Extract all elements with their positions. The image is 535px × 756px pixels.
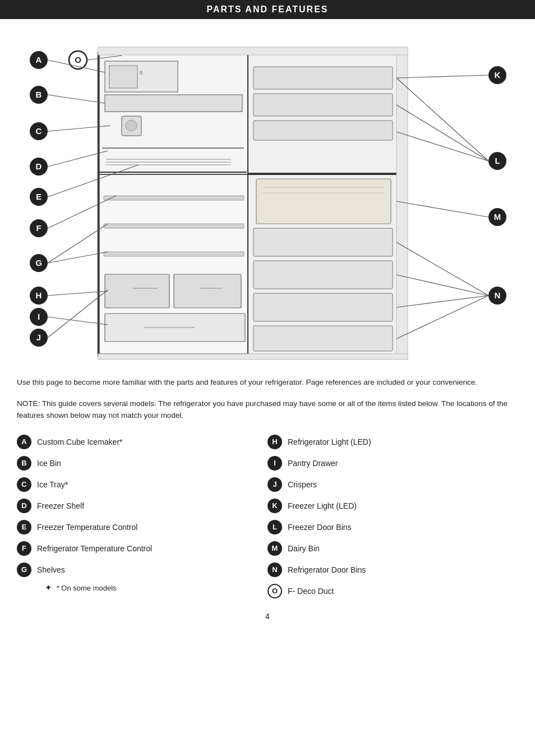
arrow-M (396, 201, 488, 217)
description-text: Use this page to become more familiar wi… (0, 367, 535, 394)
page: PARTS AND FEATURES A O B C (0, 0, 535, 756)
feature-badge-K: K (268, 499, 282, 513)
feature-item-O: O F- Deco Duct (268, 580, 518, 602)
page-number-text: 4 (265, 612, 270, 621)
freezer-door-bin-1 (253, 67, 393, 89)
features-grid: A Custom Cube Icemaker* B Ice Bin C Ice … (0, 431, 535, 602)
feature-item-G: G Shelves (17, 559, 268, 580)
label-L-text: L (495, 156, 500, 165)
feature-badge-B: B (17, 456, 31, 471)
feature-badge-F: F (17, 541, 31, 556)
feature-label-K: Freezer Light (LED) (288, 501, 357, 510)
shelf-1 (104, 196, 244, 200)
feature-item-H: H Refrigerator Light (LED) (268, 431, 518, 453)
feature-badge-O: O (268, 584, 282, 598)
temp-knob (126, 120, 137, 131)
feature-label-C: Ice Tray* (37, 480, 68, 489)
page-number: 4 (0, 602, 535, 626)
crisper-1 (105, 274, 169, 308)
feature-label-H: Refrigerator Light (LED) (288, 437, 371, 446)
features-left-col: A Custom Cube Icemaker* B Ice Bin C Ice … (17, 431, 268, 602)
feature-badge-L: L (268, 520, 282, 534)
label-B-text: B (36, 90, 42, 99)
feature-badge-G: G (17, 563, 31, 577)
icemaker-box (109, 66, 137, 88)
asterisk-note-text: * On some models (57, 584, 117, 592)
feature-badge-H: H (268, 435, 282, 449)
label-F-text: F (36, 223, 41, 233)
label-O-text: O (75, 55, 81, 64)
door-bin-2 (253, 261, 393, 289)
feature-badge-J: J (268, 477, 282, 492)
freezer-door-bin-3 (253, 121, 393, 140)
bottom-frame (98, 354, 408, 359)
label-E-text: E (36, 192, 41, 201)
feature-item-I: I Pantry Drawer (268, 453, 518, 474)
feature-label-E: Freezer Temperature Control (37, 523, 137, 532)
label-N-text: N (495, 291, 501, 300)
asterisk-note: ✦ * On some models (17, 580, 268, 595)
arrow-N-2 (396, 275, 488, 296)
description-line1: Use this page to become more familiar wi… (17, 377, 518, 388)
feature-item-K: K Freezer Light (LED) (268, 495, 518, 517)
page-header: PARTS AND FEATURES (0, 0, 535, 19)
icemaker-detail: ||| (140, 70, 143, 75)
arrow-K (396, 75, 488, 78)
arrow-N-3 (396, 296, 488, 307)
feature-label-J: Crispers (288, 480, 317, 489)
feature-badge-N: N (268, 563, 282, 577)
freezer-door-bin-2 (253, 94, 393, 116)
label-G-text: G (35, 258, 42, 268)
feature-label-L: Freezer Door Bins (288, 523, 352, 532)
arrow-L-1 (396, 78, 488, 161)
feature-label-B: Ice Bin (37, 459, 61, 468)
feature-item-M: M Dairy Bin (268, 538, 518, 559)
feature-item-E: E Freezer Temperature Control (17, 517, 268, 538)
feature-badge-I: I (268, 456, 282, 471)
asterisk-symbol: ✦ (45, 583, 52, 592)
note-line2: NOTE: This guide covers several models. … (17, 398, 518, 421)
feature-item-N: N Refrigerator Door Bins (268, 559, 518, 580)
label-C-text: C (36, 126, 42, 136)
shelf-2 (104, 224, 244, 228)
diagram-svg: A O B C D E F (10, 22, 525, 364)
feature-badge-D: D (17, 499, 31, 513)
note-text: NOTE: This guide covers several models. … (0, 394, 535, 431)
feature-badge-M: M (268, 541, 282, 556)
feature-label-G: Shelves (37, 565, 65, 574)
door-bin-4 (253, 326, 393, 351)
arrow-L-2 (396, 105, 488, 161)
feature-item-D: D Freezer Shelf (17, 495, 268, 517)
door-edge-right (396, 54, 408, 356)
arrow-N-1 (396, 242, 488, 296)
feature-badge-E: E (17, 520, 31, 534)
arrow-N-4 (396, 296, 488, 339)
label-D-text: D (36, 162, 42, 171)
feature-item-B: B Ice Bin (17, 453, 268, 474)
top-frame (98, 47, 408, 55)
features-right-col: H Refrigerator Light (LED) I Pantry Draw… (268, 431, 518, 602)
feature-item-L: L Freezer Door Bins (268, 517, 518, 538)
page-title: PARTS AND FEATURES (206, 4, 328, 14)
label-H-text: H (36, 291, 42, 300)
label-M-text: M (494, 212, 501, 222)
crisper-2 (174, 274, 241, 308)
label-K-text: K (495, 70, 501, 80)
feature-item-A: A Custom Cube Icemaker* (17, 431, 268, 453)
door-bin-1 (253, 228, 393, 256)
arrow-L-3 (396, 132, 488, 161)
label-I-text: I (38, 312, 40, 321)
feature-label-A: Custom Cube Icemaker* (37, 437, 123, 446)
arrow-B (48, 95, 105, 103)
door-bin-3 (253, 293, 393, 321)
dairy-bin (256, 179, 391, 224)
feature-label-M: Dairy Bin (288, 544, 320, 553)
label-A-text: A (36, 55, 42, 64)
feature-label-N: Refrigerator Door Bins (288, 565, 366, 574)
ice-bin (105, 95, 242, 112)
feature-label-I: Pantry Drawer (288, 459, 338, 468)
feature-label-F: Refrigerator Temperature Control (37, 544, 152, 553)
label-J-text: J (36, 333, 41, 342)
feature-badge-C: C (17, 477, 31, 492)
diagram-container: A O B C D E F (10, 22, 525, 364)
